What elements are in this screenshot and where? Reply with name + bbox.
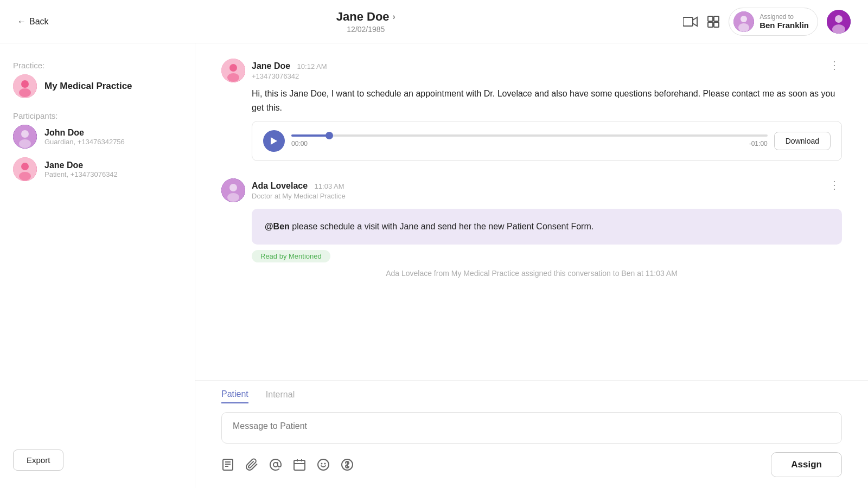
back-button[interactable]: ← Back (17, 17, 49, 27)
svg-point-36 (321, 463, 323, 465)
msg-time-jane: 10:12 AM (297, 62, 327, 70)
user-avatar-button[interactable] (827, 10, 851, 34)
svg-point-19 (19, 172, 31, 181)
participant-name-jane: Jane Doe (44, 160, 118, 170)
svg-rect-3 (708, 22, 713, 27)
note-icon-button[interactable] (221, 458, 234, 471)
chevron-right-icon: › (393, 12, 395, 22)
dollar-icon-button[interactable] (341, 458, 354, 471)
participant-item-jane: Jane Doe Patient, +13473076342 (13, 157, 182, 181)
attachment-icon-button[interactable] (245, 458, 258, 471)
progress-fill (291, 134, 329, 137)
msg-sender-ada: Ada Lovelace (252, 181, 308, 190)
main-layout: Practice: My Medical Practice Participan… (0, 43, 868, 488)
assign-button[interactable]: Assign (771, 452, 842, 477)
msg-phone-jane: +13473076342 (252, 72, 327, 80)
svg-point-35 (318, 459, 329, 470)
svg-point-24 (229, 184, 237, 191)
internal-note-bubble: @Ben please schedule a visit with Jane a… (252, 209, 842, 245)
tab-internal[interactable]: Internal (266, 389, 295, 403)
participant-info-john: John Doe Guardian, +13476342756 (44, 128, 125, 146)
svg-point-15 (21, 130, 29, 138)
practice-avatar (13, 74, 37, 98)
svg-point-16 (19, 139, 31, 148)
assigned-text: Assigned to Ben Franklin (760, 13, 809, 30)
calendar-icon-button[interactable] (293, 458, 306, 471)
messages-list: Jane Doe 10:12 AM +13473076342 ⋮ Hi, thi… (195, 43, 868, 380)
patient-name-header: Jane Doe › (336, 10, 395, 24)
composer-toolbar: Assign (221, 452, 842, 477)
participant-avatar-john (13, 125, 37, 149)
message-block-jane: Jane Doe 10:12 AM +13473076342 ⋮ Hi, thi… (221, 59, 842, 161)
participant-role-jane: Patient, +13473076342 (44, 170, 118, 178)
audio-player: 00:00 -01:00 Download (252, 121, 842, 161)
message-block-ada: Ada Lovelace 11:03 AM Doctor at My Medic… (221, 178, 842, 278)
tab-patient[interactable]: Patient (221, 389, 248, 403)
audio-progress: 00:00 -01:00 (291, 134, 768, 147)
msg-role-ada: Doctor at My Medical Practice (252, 192, 346, 200)
composer-tabs: Patient Internal (221, 389, 842, 403)
progress-bar[interactable] (291, 134, 768, 137)
more-menu-jane[interactable]: ⋮ (827, 59, 842, 72)
play-button[interactable] (263, 130, 285, 152)
patient-dob: 12/02/1985 (347, 25, 385, 34)
chat-area: Jane Doe 10:12 AM +13473076342 ⋮ Hi, thi… (195, 43, 868, 488)
svg-rect-2 (714, 16, 719, 21)
back-arrow-icon: ← (17, 17, 26, 27)
message-input[interactable] (221, 412, 842, 444)
participant-info-jane: Jane Doe Patient, +13473076342 (44, 160, 118, 178)
svg-rect-0 (683, 17, 693, 26)
practice-section: Practice: My Medical Practice (13, 61, 182, 98)
message-sender-info-jane: Jane Doe 10:12 AM +13473076342 (221, 59, 327, 82)
assigned-badge[interactable]: Assigned to Ben Franklin (729, 8, 818, 36)
participants-label: Participants: (13, 111, 182, 120)
mention-ben: @Ben (265, 222, 290, 231)
svg-point-25 (227, 193, 239, 202)
msg-time-ada: 11:03 AM (315, 182, 344, 190)
emoji-icon-button[interactable] (317, 458, 330, 471)
practice-item: My Medical Practice (13, 74, 182, 98)
toolbar-icons (221, 458, 354, 471)
export-button[interactable]: Export (13, 450, 63, 471)
svg-rect-4 (714, 22, 719, 27)
svg-point-37 (324, 463, 326, 465)
more-menu-ada[interactable]: ⋮ (827, 178, 842, 191)
svg-point-7 (738, 23, 749, 32)
svg-point-21 (229, 64, 237, 72)
grid-button[interactable] (707, 15, 720, 28)
practice-name: My Medical Practice (44, 81, 132, 92)
sidebar: Practice: My Medical Practice Participan… (0, 43, 195, 488)
svg-rect-31 (294, 460, 305, 470)
video-button[interactable] (683, 16, 698, 27)
message-header-ada: Ada Lovelace 11:03 AM Doctor at My Medic… (221, 178, 842, 202)
download-button[interactable]: Download (774, 132, 831, 150)
header-right: Assigned to Ben Franklin (683, 8, 851, 36)
mention-icon-button[interactable] (269, 458, 282, 471)
svg-point-13 (19, 88, 31, 97)
header: ← Back Jane Doe › 12/02/1985 (0, 0, 868, 43)
audio-end-time: -01:00 (749, 140, 768, 147)
message-sender-info-ada: Ada Lovelace 11:03 AM Doctor at My Medic… (221, 178, 346, 202)
system-message: Ada Lovelace from My Medical Practice as… (221, 269, 842, 278)
back-label: Back (29, 17, 49, 27)
practice-label: Practice: (13, 61, 182, 70)
composer-area: Patient Internal (195, 380, 868, 488)
participants-section: Participants: (13, 111, 182, 190)
svg-rect-1 (708, 16, 713, 21)
svg-point-12 (21, 80, 29, 88)
svg-point-30 (273, 463, 278, 467)
svg-point-6 (741, 16, 747, 22)
participant-item-john: John Doe Guardian, +13476342756 (13, 125, 182, 149)
message-header-jane: Jane Doe 10:12 AM +13473076342 ⋮ (221, 59, 842, 82)
assigned-avatar (733, 11, 754, 32)
svg-point-18 (21, 163, 29, 170)
participant-name-john: John Doe (44, 128, 125, 138)
participant-role-john: Guardian, +13476342756 (44, 138, 125, 146)
message-avatar-jane (221, 59, 245, 82)
read-badge: Read by Mentioned (252, 250, 330, 262)
progress-thumb (326, 132, 333, 139)
header-center: Jane Doe › 12/02/1985 (336, 10, 395, 34)
svg-point-22 (227, 73, 239, 82)
message-content-jane: Hi, this is Jane Doe, I want to schedule… (252, 87, 842, 114)
message-avatar-ada (221, 178, 245, 202)
